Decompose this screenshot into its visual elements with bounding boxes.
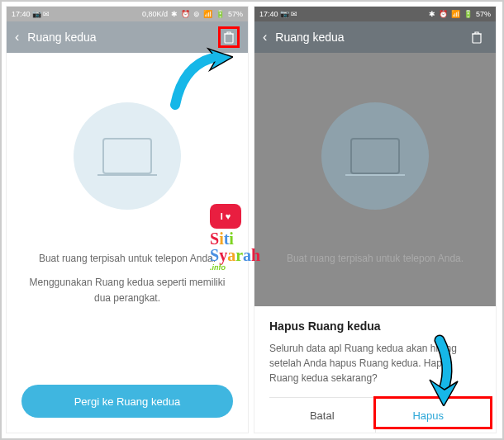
status-left: 17:40 📷 ✉: [259, 10, 297, 18]
svg-rect-1: [473, 34, 481, 43]
alarm-icon: ⏰: [439, 10, 448, 18]
delete-button[interactable]: [466, 26, 487, 48]
tablet-icon: [102, 138, 152, 174]
status-left: 17:40 📷 ✉: [12, 10, 50, 18]
svg-rect-0: [225, 34, 233, 43]
status-time: 17:40: [259, 10, 278, 18]
highlight-confirm: [373, 396, 492, 429]
status-battery: 57%: [228, 10, 243, 18]
trash-icon: [471, 31, 483, 44]
wifi-icon: ⊚: [193, 10, 200, 18]
illustration-circle: [74, 102, 181, 210]
statusbar: 17:40 📷 ✉ 0,80K/d ✱ ⏰ ⊚ 📶 🔋 57%: [7, 7, 248, 21]
header-title: Ruang kedua: [275, 31, 344, 44]
alarm-icon: ⏰: [181, 10, 190, 18]
description-line2: Menggunakan Ruang kedua seperti memiliki…: [23, 275, 231, 306]
battery-icon: 🔋: [216, 10, 225, 18]
mail-icon: ✉: [291, 10, 297, 18]
phone-screenshot-2: 17:40 📷 ✉ ✱ ⏰ 📶 🔋 57% ‹ Ruang kedua: [254, 6, 497, 433]
back-icon[interactable]: ‹: [15, 30, 19, 45]
app-header: ‹ Ruang kedua: [7, 21, 248, 53]
dialog-text: Seluruh data apl Ruang kedua akan hilang…: [269, 341, 481, 386]
app-header: ‹ Ruang kedua: [254, 21, 496, 53]
mail-icon: ✉: [43, 10, 50, 18]
phone-screenshot-1: 17:40 📷 ✉ 0,80K/d ✱ ⏰ ⊚ 📶 🔋 57% ‹ Ruang …: [6, 6, 249, 433]
tutorial-frame: 17:40 📷 ✉ 0,80K/d ✱ ⏰ ⊚ 📶 🔋 57% ‹ Ruang …: [0, 0, 504, 440]
description-line1: Buat ruang terpisah untuk telepon Anda.: [271, 251, 479, 267]
status-battery: 57%: [476, 10, 491, 18]
delete-button[interactable]: [218, 26, 240, 48]
trash-icon: [223, 31, 235, 44]
cta-label: Pergi ke Ruang kedua: [74, 395, 181, 408]
illustration-circle: [321, 102, 429, 210]
dialog-title: Hapus Ruang kedua: [269, 319, 481, 333]
status-time: 17:40: [12, 10, 31, 18]
header-title: Ruang kedua: [27, 31, 96, 44]
status-right: 0,80K/d ✱ ⏰ ⊚ 📶 🔋 57%: [142, 10, 243, 18]
bluetooth-icon: ✱: [429, 10, 435, 18]
bluetooth-icon: ✱: [171, 10, 178, 18]
camera-icon: 📷: [32, 10, 41, 18]
tablet-icon: [350, 138, 400, 174]
signal-icon: 📶: [203, 10, 212, 18]
signal-icon: 📶: [451, 10, 460, 18]
statusbar: 17:40 📷 ✉ ✱ ⏰ 📶 🔋 57%: [254, 7, 496, 21]
description-line1: Buat ruang terpisah untuk telepon Anda.: [23, 251, 231, 267]
back-icon[interactable]: ‹: [263, 30, 267, 45]
battery-icon: 🔋: [464, 10, 473, 18]
cancel-button[interactable]: Batal: [269, 398, 375, 433]
cancel-label: Batal: [310, 409, 335, 422]
go-to-second-space-button[interactable]: Pergi ke Ruang kedua: [21, 385, 233, 418]
main-content: Buat ruang terpisah untuk telepon Anda.: [254, 53, 496, 267]
status-net: 0,80K/d: [142, 10, 168, 18]
main-content: Buat ruang terpisah untuk telepon Anda. …: [7, 53, 248, 307]
camera-icon: 📷: [280, 10, 289, 18]
status-right: ✱ ⏰ 📶 🔋 57%: [429, 10, 491, 18]
